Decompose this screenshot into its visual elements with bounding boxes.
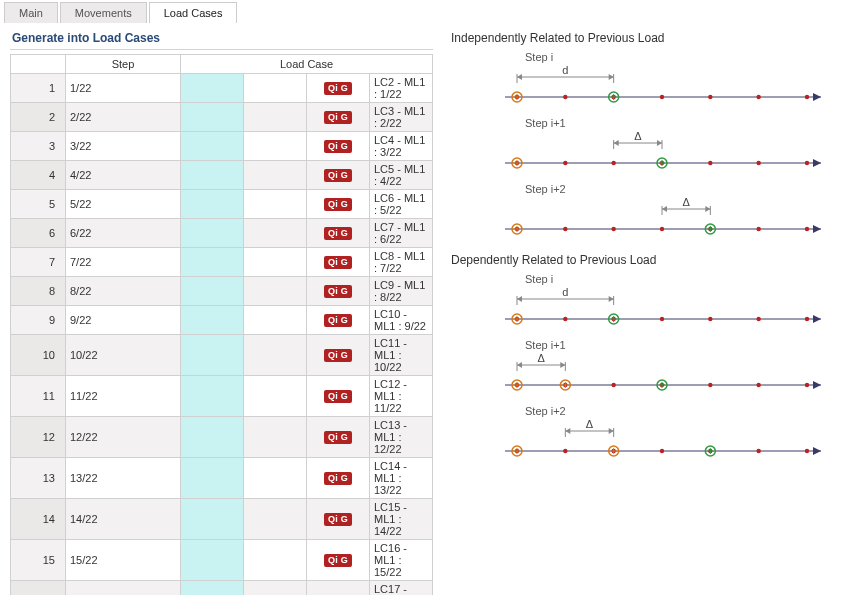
cell-rownum: 16 [11,581,66,596]
cell-color-a[interactable] [181,132,244,161]
cell-step[interactable]: 5/22 [66,190,181,219]
cell-color-b[interactable] [244,540,307,581]
table-row[interactable]: 22/22Qi GLC3 - ML1 : 2/22 [11,103,433,132]
table-row[interactable]: 1111/22Qi GLC12 - ML1 : 11/22 [11,376,433,417]
tab-load-cases[interactable]: Load Cases [149,2,238,23]
cell-color-b[interactable] [244,499,307,540]
cell-loadcase[interactable]: LC13 - ML1 : 12/22 [370,417,433,458]
cell-color-b[interactable] [244,335,307,376]
cell-loadcase[interactable]: LC14 - ML1 : 13/22 [370,458,433,499]
cell-rownum: 13 [11,458,66,499]
cell-loadcase[interactable]: LC3 - ML1 : 2/22 [370,103,433,132]
cell-color-b[interactable] [244,306,307,335]
cell-color-b[interactable] [244,132,307,161]
table-row[interactable]: 99/22Qi GLC10 - ML1 : 9/22 [11,306,433,335]
cell-loadcase[interactable]: LC16 - ML1 : 15/22 [370,540,433,581]
cell-step[interactable]: 7/22 [66,248,181,277]
cell-loadcase[interactable]: LC8 - ML1 : 7/22 [370,248,433,277]
table-row[interactable]: 1414/22Qi GLC15 - ML1 : 14/22 [11,499,433,540]
cell-qig: Qi G [307,277,370,306]
cell-color-b[interactable] [244,277,307,306]
table-row[interactable]: 77/22Qi GLC8 - ML1 : 7/22 [11,248,433,277]
svg-marker-18 [517,74,522,80]
cell-color-a[interactable] [181,540,244,581]
cell-step[interactable]: 3/22 [66,132,181,161]
cell-color-b[interactable] [244,103,307,132]
svg-text:Δ: Δ [682,196,690,208]
cell-step[interactable]: 11/22 [66,376,181,417]
cell-color-a[interactable] [181,417,244,458]
cell-step[interactable]: 8/22 [66,277,181,306]
cell-color-a[interactable] [181,306,244,335]
cell-color-a[interactable] [181,458,244,499]
cell-step[interactable]: 6/22 [66,219,181,248]
cell-step[interactable]: 15/22 [66,540,181,581]
table-row[interactable]: 88/22Qi GLC9 - ML1 : 8/22 [11,277,433,306]
cell-loadcase[interactable]: LC7 - ML1 : 6/22 [370,219,433,248]
cell-loadcase[interactable]: LC10 - ML1 : 9/22 [370,306,433,335]
tab-main[interactable]: Main [4,2,58,23]
cell-color-b[interactable] [244,74,307,103]
cell-color-a[interactable] [181,248,244,277]
cell-step[interactable]: 14/22 [66,499,181,540]
cell-loadcase[interactable]: LC9 - ML1 : 8/22 [370,277,433,306]
cell-step[interactable]: 2/22 [66,103,181,132]
cell-color-b[interactable] [244,219,307,248]
cell-loadcase[interactable]: LC17 - ML1 : 16/22 [370,581,433,596]
svg-point-69 [708,317,712,321]
cell-rownum: 3 [11,132,66,161]
svg-point-70 [756,317,760,321]
tab-movements[interactable]: Movements [60,2,147,23]
table-row[interactable]: 66/22Qi GLC7 - ML1 : 6/22 [11,219,433,248]
svg-marker-81 [517,296,522,302]
diagram-step: Step id [447,273,855,333]
diagram-step: Step i+2Δ [447,405,855,465]
qig-badge-icon: Qi G [324,314,352,327]
cell-rownum: 7 [11,248,66,277]
cell-step[interactable]: 12/22 [66,417,181,458]
cell-color-b[interactable] [244,190,307,219]
cell-color-b[interactable] [244,161,307,190]
svg-point-29 [805,161,809,165]
cell-color-a[interactable] [181,335,244,376]
table-row[interactable]: 1313/22Qi GLC14 - ML1 : 13/22 [11,458,433,499]
cell-color-b[interactable] [244,376,307,417]
cell-loadcase[interactable]: LC11 - ML1 : 10/22 [370,335,433,376]
cell-step[interactable]: 16/22 [66,581,181,596]
cell-color-a[interactable] [181,376,244,417]
cell-step[interactable]: 10/22 [66,335,181,376]
table-row[interactable]: 1515/22Qi GLC16 - ML1 : 15/22 [11,540,433,581]
cell-color-a[interactable] [181,74,244,103]
cell-color-a[interactable] [181,277,244,306]
cell-color-b[interactable] [244,248,307,277]
table-row[interactable]: 11/22Qi GLC2 - ML1 : 1/22 [11,74,433,103]
cell-loadcase[interactable]: LC15 - ML1 : 14/22 [370,499,433,540]
table-row[interactable]: 33/22Qi GLC4 - ML1 : 3/22 [11,132,433,161]
cell-color-b[interactable] [244,417,307,458]
cell-color-a[interactable] [181,219,244,248]
cell-color-b[interactable] [244,581,307,596]
cell-color-a[interactable] [181,190,244,219]
table-row[interactable]: 1212/22Qi GLC13 - ML1 : 12/22 [11,417,433,458]
table-row[interactable]: 55/22Qi GLC6 - ML1 : 5/22 [11,190,433,219]
cell-step[interactable]: 1/22 [66,74,181,103]
cell-color-a[interactable] [181,581,244,596]
table-row[interactable]: 44/22Qi GLC5 - ML1 : 4/22 [11,161,433,190]
svg-point-116 [805,449,809,453]
table-row[interactable]: 1616/22Qi GLC17 - ML1 : 16/22 [11,581,433,596]
cell-color-a[interactable] [181,161,244,190]
cell-color-a[interactable] [181,499,244,540]
cell-loadcase[interactable]: LC6 - ML1 : 5/22 [370,190,433,219]
cell-loadcase[interactable]: LC4 - ML1 : 3/22 [370,132,433,161]
table-row[interactable]: 1010/22Qi GLC11 - ML1 : 10/22 [11,335,433,376]
cell-color-a[interactable] [181,103,244,132]
cell-loadcase[interactable]: LC12 - ML1 : 11/22 [370,376,433,417]
cell-rownum: 15 [11,540,66,581]
cell-step[interactable]: 4/22 [66,161,181,190]
cell-loadcase[interactable]: LC2 - ML1 : 1/22 [370,74,433,103]
cell-step[interactable]: 9/22 [66,306,181,335]
cell-color-b[interactable] [244,458,307,499]
cell-step[interactable]: 13/22 [66,458,181,499]
cell-loadcase[interactable]: LC5 - ML1 : 4/22 [370,161,433,190]
load-case-table: Step Load Case 11/22Qi GLC2 - ML1 : 1/22… [10,54,433,595]
